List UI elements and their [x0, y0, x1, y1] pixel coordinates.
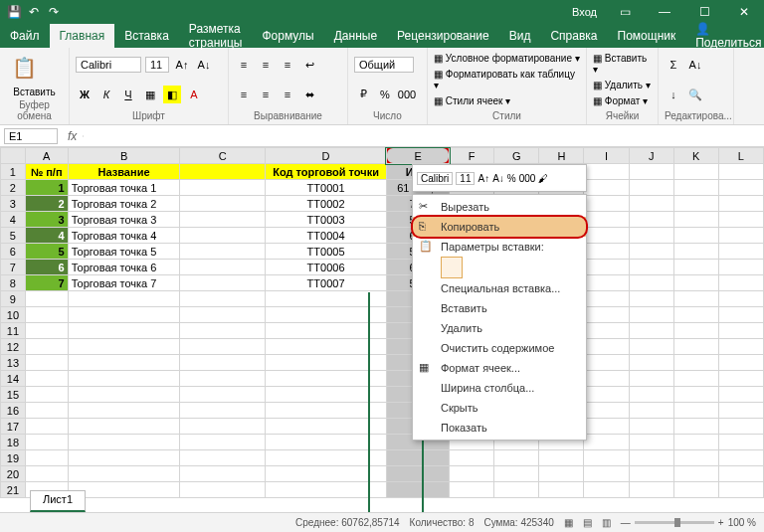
paste-option-icon[interactable] [441, 257, 463, 278]
row-header[interactable]: 4 [1, 212, 26, 228]
italic-icon[interactable]: К [97, 86, 115, 103]
row-header[interactable]: 11 [1, 323, 26, 339]
column-header[interactable]: L [718, 148, 763, 164]
currency-icon[interactable]: ₽ [354, 86, 372, 103]
view-layout-icon[interactable]: ▤ [583, 517, 592, 528]
tab-Помощник[interactable]: Помощник [608, 24, 686, 48]
tab-Вид[interactable]: Вид [499, 24, 541, 48]
column-header[interactable]: I [584, 148, 629, 164]
number-format-select[interactable]: Общий [354, 57, 414, 73]
close-icon[interactable]: ✕ [724, 0, 764, 24]
row-header[interactable]: 15 [1, 387, 26, 403]
row-header[interactable]: 2 [1, 180, 26, 196]
fill-color-icon[interactable]: ◧ [163, 86, 181, 103]
paste-button[interactable]: Вставить [6, 87, 63, 97]
column-header[interactable]: G [494, 148, 539, 164]
cell-button[interactable]: ▦ Вставить ▾ [593, 53, 652, 75]
align-mid-icon[interactable]: ≡ [257, 56, 275, 74]
spreadsheet-grid[interactable]: ABCDEFGHIJKL1№ п/пНазваниеКод торговой т… [0, 147, 764, 498]
row-header[interactable]: 20 [1, 466, 26, 482]
ctx-hide[interactable]: Скрыть [413, 398, 586, 418]
tab-Главная[interactable]: Главная [50, 24, 115, 48]
mini-size-select[interactable]: 11 [456, 172, 475, 185]
row-header[interactable]: 8 [1, 275, 26, 291]
paste-icon[interactable]: 📋 [6, 52, 42, 84]
row-header[interactable]: 16 [1, 403, 26, 419]
align-center-icon[interactable]: ≡ [257, 86, 275, 103]
font-size-select[interactable]: 11 [145, 57, 169, 73]
ctx-clear[interactable]: Очистить содержимое [413, 338, 586, 358]
column-header[interactable]: C [180, 148, 266, 164]
bold-icon[interactable]: Ж [76, 86, 94, 103]
ctx-column-width[interactable]: Ширина столбца... [413, 378, 586, 398]
fill-icon[interactable]: ↓ [665, 86, 682, 103]
tab-Файл[interactable]: Файл [0, 24, 50, 48]
row-header[interactable]: 21 [1, 482, 26, 498]
tab-Справка[interactable]: Справка [540, 24, 607, 48]
mini-increase-font-icon[interactable]: A↑ [478, 173, 489, 184]
mini-format-painter-icon[interactable]: 🖌 [538, 173, 548, 184]
row-header[interactable]: 19 [1, 450, 26, 466]
column-header[interactable]: F [450, 148, 494, 164]
align-right-icon[interactable]: ≡ [279, 86, 296, 103]
redo-icon[interactable]: ↷ [46, 4, 62, 20]
ribbon-options-icon[interactable]: ▭ [605, 0, 645, 24]
column-header[interactable]: H [539, 148, 584, 164]
tab-Рецензирование[interactable]: Рецензирование [387, 24, 499, 48]
row-header[interactable]: 10 [1, 307, 26, 323]
maximize-icon[interactable]: ☐ [684, 0, 724, 24]
row-header[interactable]: 3 [1, 196, 26, 212]
cell-button[interactable]: ▦ Удалить ▾ [593, 80, 652, 90]
mini-comma-icon[interactable]: 000 [519, 173, 536, 184]
row-header[interactable]: 14 [1, 371, 26, 387]
row-header[interactable]: 18 [1, 435, 26, 450]
mini-decrease-font-icon[interactable]: A↓ [492, 173, 504, 184]
cell-button[interactable]: ▦ Формат ▾ [593, 95, 652, 106]
row-header[interactable]: 17 [1, 419, 26, 435]
view-normal-icon[interactable]: ▦ [564, 517, 573, 528]
merge-icon[interactable]: ⬌ [300, 86, 318, 103]
wrap-text-icon[interactable]: ↩ [300, 56, 318, 74]
ctx-cut[interactable]: ✂Вырезать [413, 197, 586, 217]
decrease-font-icon[interactable]: A↓ [195, 56, 213, 74]
tab-Разметка страницы[interactable]: Разметка страницы [179, 24, 253, 48]
row-header[interactable]: 5 [1, 228, 26, 244]
align-top-icon[interactable]: ≡ [235, 56, 253, 74]
find-icon[interactable]: 🔍 [686, 86, 704, 103]
row-header[interactable]: 7 [1, 260, 26, 275]
fx-icon[interactable]: fx [62, 129, 83, 143]
zoom-control[interactable]: — + 100 % [621, 517, 756, 528]
column-header[interactable]: A [25, 148, 68, 164]
tab-Данные[interactable]: Данные [324, 24, 387, 48]
style-button[interactable]: ▦ Условное форматирование ▾ [434, 53, 580, 64]
column-header[interactable]: J [629, 148, 673, 164]
column-header[interactable]: B [68, 148, 180, 164]
column-header[interactable]: E [386, 148, 449, 164]
ctx-insert[interactable]: Вставить [413, 298, 586, 318]
column-header[interactable]: K [673, 148, 718, 164]
save-icon[interactable]: 💾 [6, 4, 22, 20]
row-header[interactable]: 6 [1, 244, 26, 260]
percent-icon[interactable]: % [376, 86, 394, 103]
ctx-format-cells[interactable]: ▦Формат ячеек... [413, 358, 586, 378]
row-header[interactable]: 13 [1, 355, 26, 371]
mini-percent-icon[interactable]: % [507, 173, 516, 184]
name-box[interactable] [4, 128, 58, 144]
row-header[interactable]: 9 [1, 291, 26, 307]
border-icon[interactable]: ▦ [141, 86, 159, 103]
row-header[interactable]: 12 [1, 339, 26, 355]
account-button[interactable]: Вход [564, 6, 605, 18]
ctx-copy[interactable]: ⎘Копировать [413, 217, 586, 237]
style-button[interactable]: ▦ Форматировать как таблицу ▾ [434, 69, 580, 90]
style-button[interactable]: ▦ Стили ячеек ▾ [434, 95, 580, 106]
font-color-icon[interactable]: A [185, 86, 203, 103]
ctx-delete[interactable]: Удалить [413, 318, 586, 338]
align-bot-icon[interactable]: ≡ [279, 56, 296, 74]
ctx-paste-special[interactable]: Специальная вставка... [413, 278, 586, 298]
mini-font-select[interactable]: Calibri [417, 172, 453, 185]
column-header[interactable]: D [266, 148, 387, 164]
tab-Вставка[interactable]: Вставка [114, 24, 179, 48]
underline-icon[interactable]: Ч [119, 86, 137, 103]
autosum-icon[interactable]: Σ [665, 56, 682, 74]
sheet-tab[interactable]: Лист1 [30, 490, 86, 512]
